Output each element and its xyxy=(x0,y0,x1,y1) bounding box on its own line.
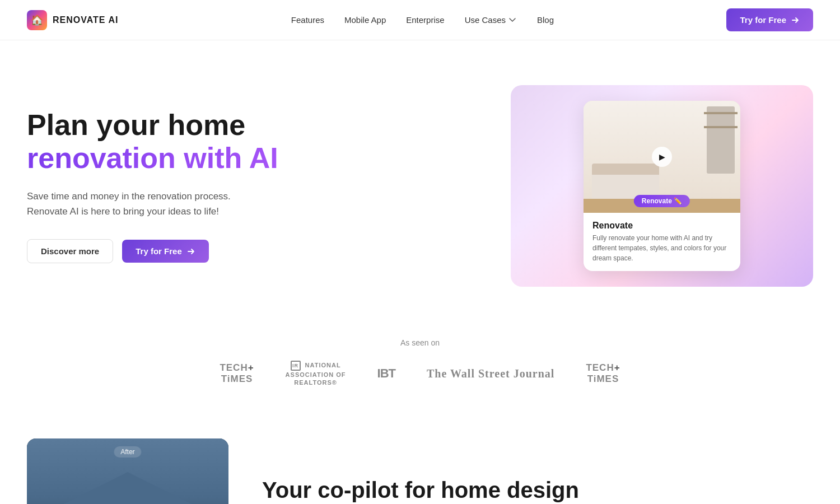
as-seen-section: As seen on TECH+TiMES IR NATIONALASSOCIA… xyxy=(0,320,840,405)
hero-card-image: ▶ Renovate ✏️ xyxy=(584,101,740,213)
hero-subtitle: Save time and money in the renovation pr… xyxy=(27,189,278,219)
nav-use-cases-label[interactable]: Use Cases xyxy=(465,15,506,25)
logos-row: TECH+TiMES IR NATIONALASSOCIATION OFREAL… xyxy=(27,361,813,387)
navbar: 🏠 RENOVATE AI Features Mobile App Enterp… xyxy=(0,0,840,40)
try-for-free-button[interactable]: Try for Free xyxy=(122,240,209,263)
copilot-text: Your co-pilot for home design Renovate A… xyxy=(262,477,813,504)
discover-more-button[interactable]: Discover more xyxy=(27,239,113,263)
after-badge: After xyxy=(114,446,141,458)
nar-icon: IR xyxy=(291,361,301,371)
room-shelf xyxy=(707,106,735,174)
logo-tech-times-1: TECH+TiMES xyxy=(220,362,254,385)
logo-text: RENOVATE AI xyxy=(53,15,118,25)
hero-image-panel: ▶ Renovate ✏️ Renovate Fully renovate yo… xyxy=(511,85,813,287)
logo-tech-times-2: TECH+TiMES xyxy=(586,362,620,385)
copilot-section: After Remodel Your co-pilot for home des… xyxy=(0,405,840,504)
logo-link[interactable]: 🏠 RENOVATE AI xyxy=(27,10,118,30)
house-shape xyxy=(72,500,184,504)
arrow-right-icon xyxy=(186,247,195,256)
hero-renovation-card: ▶ Renovate ✏️ Renovate Fully renovate yo… xyxy=(584,101,740,271)
house-image: After Remodel xyxy=(27,438,228,504)
hero-card-title: Renovate xyxy=(592,221,731,231)
play-button[interactable]: ▶ xyxy=(652,147,672,167)
logo-wsj: The Wall Street Journal xyxy=(427,367,554,380)
hero-text: Plan your home renovation with AI Save t… xyxy=(27,109,278,264)
logo-ibt: IBT xyxy=(377,366,395,381)
hero-section: Plan your home renovation with AI Save t… xyxy=(0,40,840,320)
nav-blog[interactable]: Blog xyxy=(537,15,554,25)
nav-enterprise[interactable]: Enterprise xyxy=(406,15,444,25)
copilot-title: Your co-pilot for home design xyxy=(262,477,813,503)
as-seen-label: As seen on xyxy=(27,338,813,347)
logo-icon: 🏠 xyxy=(27,10,47,30)
renovate-tag: Renovate ✏️ xyxy=(634,195,690,207)
hero-card-desc: Fully renovate your home with AI and try… xyxy=(592,233,731,263)
nav-features[interactable]: Features xyxy=(291,15,324,25)
nav-links: Features Mobile App Enterprise Use Cases… xyxy=(291,15,554,25)
nav-cta-button[interactable]: Try for Free xyxy=(726,8,813,31)
hero-title: Plan your home renovation with AI xyxy=(27,109,278,176)
chevron-down-icon xyxy=(508,16,517,25)
hero-card-body: Renovate Fully renovate your home with A… xyxy=(584,213,740,271)
logo-nar: IR NATIONALASSOCIATION OFREALTORS® xyxy=(286,361,346,387)
arrow-right-icon xyxy=(791,16,800,25)
hero-buttons: Discover more Try for Free xyxy=(27,239,278,263)
nav-mobile-app[interactable]: Mobile App xyxy=(344,15,386,25)
nav-use-cases[interactable]: Use Cases xyxy=(465,15,517,25)
